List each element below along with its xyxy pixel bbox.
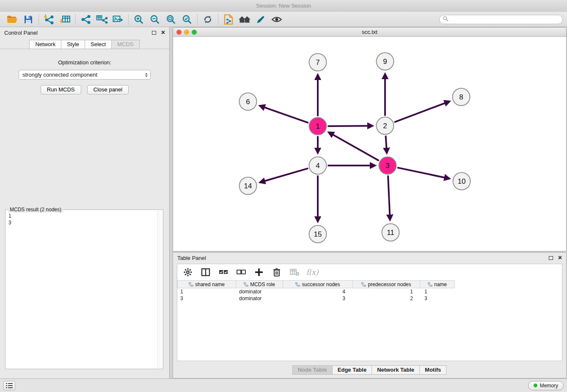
toolbar-separator [197,14,198,25]
zoom-fit-icon[interactable] [163,13,179,26]
node-2[interactable]: 2 [377,117,394,135]
edge-1-2[interactable] [328,126,372,126]
node-1[interactable]: 1 [309,118,327,135]
svg-text:9: 9 [383,58,387,66]
edge-3-10[interactable] [397,168,449,179]
refresh-layout-icon[interactable] [200,13,216,26]
edge-4-14[interactable] [260,168,308,182]
svg-text:15: 15 [314,230,322,238]
node-table-area: shared nameMCDS rolesuccessor nodesprede… [177,264,562,361]
float-panel-icon[interactable] [152,31,156,35]
tab-select[interactable]: Select [85,40,112,49]
delete-table-icon [289,266,300,278]
close-panel-icon[interactable] [161,30,165,35]
memory-button[interactable]: Memory [528,381,564,390]
save-session-icon[interactable] [20,13,36,26]
criterion-value: strongly connected component [22,72,97,78]
tab-node-table[interactable]: Node Table [292,365,333,375]
svg-text:7: 7 [316,58,319,66]
svg-text:3: 3 [385,162,389,170]
zoom-selected-icon[interactable] [179,13,195,26]
node-14[interactable]: 14 [239,177,257,195]
node-15[interactable]: 15 [309,226,327,243]
tab-edge-table[interactable]: Edge Table [332,365,372,375]
network-canvas[interactable]: 7968124314101511 [173,37,566,251]
node-11[interactable]: 11 [382,224,399,241]
edge-1-6[interactable] [260,106,308,123]
export-image-icon[interactable] [110,13,126,26]
node-10[interactable]: 10 [453,173,471,190]
node-4[interactable]: 4 [309,157,327,174]
search-box[interactable] [439,15,563,24]
cell-predecessor-nodes: 2 [354,295,421,302]
close-table-panel-icon[interactable] [558,256,562,260]
network-window-title: scc.txt [362,29,377,35]
close-panel-button[interactable]: Close panel [87,85,129,94]
tab-network[interactable]: Network [29,40,61,49]
node-9[interactable]: 9 [377,53,394,70]
node-3[interactable]: 3 [379,157,396,174]
node-6[interactable]: 6 [239,93,257,110]
function-builder-icon [307,266,318,278]
criterion-dropdown[interactable]: strongly connected component [19,70,151,80]
main-area: Control Panel NetworkStyleSelectMCDS Opt… [0,27,567,378]
float-table-panel-icon[interactable] [549,256,553,260]
zoom-in-icon[interactable] [131,13,147,26]
table-body: 1dominator4113dominator323 [177,288,562,302]
zoom-out-icon[interactable] [147,13,163,26]
select-all-rows-icon[interactable] [218,266,229,278]
task-history-button[interactable] [3,381,15,390]
search-input[interactable] [449,17,562,23]
network-from-table-icon[interactable] [94,13,110,26]
edge-3-11[interactable] [388,176,390,220]
maximize-window-icon[interactable] [192,30,197,35]
node-7[interactable]: 7 [309,54,327,71]
style-brush-icon[interactable] [253,13,269,26]
mcds-result-box: MCDS result (2 nodes) 13 [5,210,163,369]
edge-3-1[interactable] [329,133,379,161]
open-session-icon[interactable] [4,13,20,26]
optimization-label: Optimization criterion: [0,59,169,66]
network-snapshot-icon[interactable] [220,13,237,26]
eye-icon[interactable] [269,13,285,26]
home-icon[interactable] [237,13,253,26]
cell-name: 3 [421,295,457,302]
column-header-shared-name[interactable]: shared name [177,280,236,288]
svg-text:2: 2 [383,122,387,130]
table-toolbar [177,264,562,280]
cell-shared-name: 3 [177,295,236,302]
node-8[interactable]: 8 [453,88,470,106]
table-tabs: Node TableEdge TableNetwork TableMotifs [173,365,566,375]
add-row-icon[interactable] [253,266,264,278]
new-network-icon[interactable] [78,13,94,26]
run-mcds-button[interactable]: Run MCDS [41,85,81,94]
toolbar-separator [128,14,129,25]
result-scrollbar[interactable] [157,210,162,368]
table-row[interactable]: 1dominator411 [177,288,562,295]
toggle-columns-icon[interactable] [200,266,211,278]
close-window-icon[interactable] [176,30,182,35]
mcds-result-line: 3 [8,219,154,226]
tab-network-table[interactable]: Network Table [372,365,420,375]
network-window-titlebar[interactable]: scc.txt [173,28,566,37]
minimize-window-icon[interactable] [184,30,189,35]
column-header-predecessor-nodes[interactable]: predecessor nodes [352,280,420,288]
tab-mcds[interactable]: MCDS [111,40,139,49]
table-settings-icon[interactable] [182,266,193,278]
import-table-icon[interactable] [57,13,73,26]
window-title: Session: New Session [256,3,311,9]
column-header-name[interactable]: name [420,280,455,288]
mcds-result-list: 13 [6,211,157,368]
delete-rows-icon[interactable] [271,266,282,278]
edge-2-3[interactable] [386,136,387,153]
import-network-icon[interactable] [41,13,57,26]
table-row[interactable]: 3dominator323 [177,295,562,302]
column-header-successor-nodes[interactable]: successor nodes [283,280,353,288]
unselect-all-rows-icon[interactable] [236,266,247,278]
tab-style[interactable]: Style [61,40,85,49]
cell-successor-nodes: 3 [284,295,354,302]
edge-2-8[interactable] [394,102,449,122]
cell-predecessor-nodes: 1 [354,288,421,295]
column-header-mcds-role[interactable]: MCDS role [236,280,283,288]
tab-motifs[interactable]: Motifs [419,365,446,375]
